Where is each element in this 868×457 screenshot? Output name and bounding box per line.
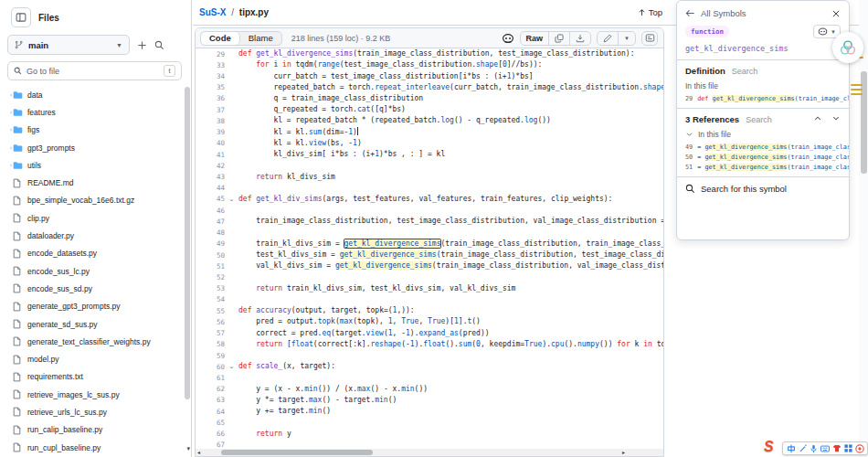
tree-item-generate-gpt3-prompts-py[interactable]: generate_gpt3_prompts.py xyxy=(0,298,182,315)
tree-item-gpt3-prompts[interactable]: gpt3_prompts xyxy=(0,139,182,156)
line-number[interactable]: 49 xyxy=(196,239,225,248)
ime-logo[interactable]: S xyxy=(764,439,774,455)
line-number[interactable]: 50 xyxy=(196,251,225,260)
line-number[interactable]: 47 xyxy=(196,218,225,226)
line-number[interactable]: 38 xyxy=(196,117,225,125)
back-arrow-icon[interactable] xyxy=(685,8,695,18)
line-number[interactable]: 56 xyxy=(196,318,225,326)
tree-item-dataloader-py[interactable]: dataloader.py xyxy=(0,227,182,244)
scroll-left-arrow[interactable]: ◂ xyxy=(197,449,200,455)
line-number[interactable]: 58 xyxy=(196,340,225,348)
copy-raw-button[interactable] xyxy=(549,32,570,45)
code-line[interactable]: 64y += target.min() xyxy=(196,406,663,417)
page-scrollbar[interactable] xyxy=(859,0,868,457)
code-line[interactable]: 33for i in tqdm(range(test_image_class_d… xyxy=(196,59,663,70)
close-panel-button[interactable] xyxy=(831,9,841,18)
new-file-button[interactable] xyxy=(137,40,147,50)
code-line[interactable]: 45⌄def get_kl_div_sims(args, test_featur… xyxy=(196,194,663,205)
line-number[interactable]: 64 xyxy=(196,408,225,416)
line-number[interactable]: 67 xyxy=(196,441,225,449)
line-number[interactable]: 62 xyxy=(196,385,225,393)
code-line[interactable]: 56pred = output.topk(max(topk), 1, True,… xyxy=(196,316,663,327)
code-line[interactable]: 29def get_kl_divergence_sims(train_image… xyxy=(196,48,663,59)
code-line[interactable]: 35repeated_batch = torch.repeat_interlea… xyxy=(196,82,663,93)
line-number[interactable]: 65 xyxy=(196,419,225,427)
ime-account-icon[interactable] xyxy=(855,444,864,453)
code-horizontal-scrollbar[interactable]: ◂ ▸ xyxy=(196,449,663,456)
tree-item-clip-py[interactable]: clip.py xyxy=(0,209,182,227)
tree-item-encode-datasets-py[interactable]: encode_datasets.py xyxy=(0,245,182,262)
code-line[interactable]: 37q_repeated = torch.cat([q]*bs) xyxy=(196,104,663,115)
chevron-up-icon[interactable] xyxy=(813,114,822,122)
line-number[interactable]: 52 xyxy=(196,273,225,282)
line-number[interactable]: 35 xyxy=(196,83,225,91)
tab-blame[interactable]: Blame xyxy=(240,32,281,45)
line-number[interactable]: 44 xyxy=(196,184,225,192)
tree-search-button[interactable] xyxy=(154,40,164,50)
tree-item-utils[interactable]: utils xyxy=(0,156,182,174)
code-line[interactable]: 46 xyxy=(196,205,663,216)
tree-item-run-calip-baseline-py[interactable]: run_calip_baseline.py xyxy=(0,421,182,439)
edit-dropdown-button[interactable]: ▼ xyxy=(619,32,635,45)
symbols-panel-toggle-button[interactable] xyxy=(641,31,658,46)
code-line[interactable]: 66return y xyxy=(196,428,663,439)
line-number[interactable]: 53 xyxy=(196,284,225,292)
breadcrumb-repo-link[interactable]: SuS-X xyxy=(199,7,226,17)
tree-item-encode-sus-sd-py[interactable]: encode_sus_sd.py xyxy=(0,280,182,297)
ime-skin-icon[interactable] xyxy=(832,444,842,452)
line-number[interactable]: 48 xyxy=(196,228,225,237)
symbol-occurrence-line[interactable]: 49= get_kl_divergence_sims(train_image_c… xyxy=(677,142,849,152)
tree-item-requirements-txt[interactable]: requirements.txt xyxy=(0,368,182,386)
code-line[interactable]: 61 xyxy=(196,372,663,383)
branch-selector[interactable]: main ▼ xyxy=(7,35,130,55)
collapse-sidebar-button[interactable] xyxy=(11,7,31,27)
code-line[interactable]: 50test_kl_divs_sim = get_kl_divergence_s… xyxy=(196,250,663,260)
line-number[interactable]: 34 xyxy=(196,72,225,80)
search-for-symbol-button[interactable]: Search for this symbol xyxy=(677,177,849,200)
ime-voice-icon[interactable] xyxy=(810,444,818,453)
code-line[interactable]: 57correct = pred.eq(target.view(1, -1).e… xyxy=(196,327,663,338)
tree-item-figs[interactable]: figs xyxy=(0,122,182,139)
line-number[interactable]: 37 xyxy=(196,106,225,114)
code-line[interactable]: 53return train_kl_divs_sim, test_kl_divs… xyxy=(196,283,663,294)
symbol-occurrence-line[interactable]: 50= get_kl_divergence_sims(train_image_c… xyxy=(677,152,849,162)
definition-search[interactable]: Search xyxy=(732,67,758,76)
line-number[interactable]: 55 xyxy=(196,307,225,315)
tree-item-readme-md[interactable]: README.md xyxy=(0,174,182,191)
sidebar-scroll-down-arrow[interactable]: ▾ xyxy=(186,445,190,452)
code-line[interactable]: 49train_kl_divs_sim = get_kl_divergence_… xyxy=(196,239,663,250)
code-line[interactable]: 40kl = kl.view(bs, -1) xyxy=(196,138,663,149)
line-number[interactable]: 41 xyxy=(196,151,225,159)
scroll-right-arrow[interactable]: ▸ xyxy=(622,449,625,455)
code-line[interactable]: 55def accuracy(output, target, topk=(1,)… xyxy=(196,305,663,316)
sidebar-scrollbar[interactable] xyxy=(185,87,190,399)
all-symbols-link[interactable]: All Symbols xyxy=(701,8,746,18)
references-search[interactable]: Search xyxy=(746,115,772,124)
line-number[interactable]: 36 xyxy=(196,94,225,102)
line-number[interactable]: 59 xyxy=(196,352,225,360)
code-line[interactable]: 47train_image_class_distribution, test_i… xyxy=(196,216,663,227)
tree-item-run-cupl-baseline-py[interactable]: run_cupl_baseline.py xyxy=(0,439,182,456)
tree-item-bpe-simple-vocab-16e6-txt-gz[interactable]: bpe_simple_vocab_16e6.txt.gz xyxy=(0,192,182,209)
fold-chevron-icon[interactable]: ⌄ xyxy=(225,363,238,370)
line-number[interactable]: 54 xyxy=(196,295,225,303)
code-line[interactable]: 65 xyxy=(196,417,663,428)
code-line[interactable]: 34curr_batch = test_image_class_distribu… xyxy=(196,70,663,81)
references-file-group[interactable]: In this file xyxy=(677,128,849,142)
tree-item-model-py[interactable]: model.py xyxy=(0,350,182,367)
tree-item-data[interactable]: data xyxy=(0,86,182,103)
symbol-occurrence-line[interactable]: 51= get_kl_divergence_sims(train_image_c… xyxy=(677,162,849,172)
definition-line[interactable]: 29def get_kl_divergence_sims(train_image… xyxy=(677,93,849,103)
code-line[interactable]: 59 xyxy=(196,350,663,361)
code-line[interactable]: 67 xyxy=(196,440,663,449)
line-number[interactable]: 51 xyxy=(196,262,225,271)
tree-item-encode-sus-lc-py[interactable]: encode_sus_lc.py xyxy=(0,262,182,280)
line-number[interactable]: 60 xyxy=(196,363,225,371)
line-number[interactable]: 63 xyxy=(196,396,225,404)
code-line[interactable]: 44 xyxy=(196,183,663,194)
tab-code[interactable]: Code xyxy=(201,32,240,45)
code-line[interactable]: 43return kl_divs_sim xyxy=(196,171,663,182)
tree-item-generate-sd-sus-py[interactable]: generate_sd_sus.py xyxy=(0,315,182,333)
code-line[interactable]: 51val_kl_divs_sim = get_kl_divergence_si… xyxy=(196,260,663,271)
code-line[interactable]: 58return [float(correct[:k].reshape(-1).… xyxy=(196,339,663,350)
